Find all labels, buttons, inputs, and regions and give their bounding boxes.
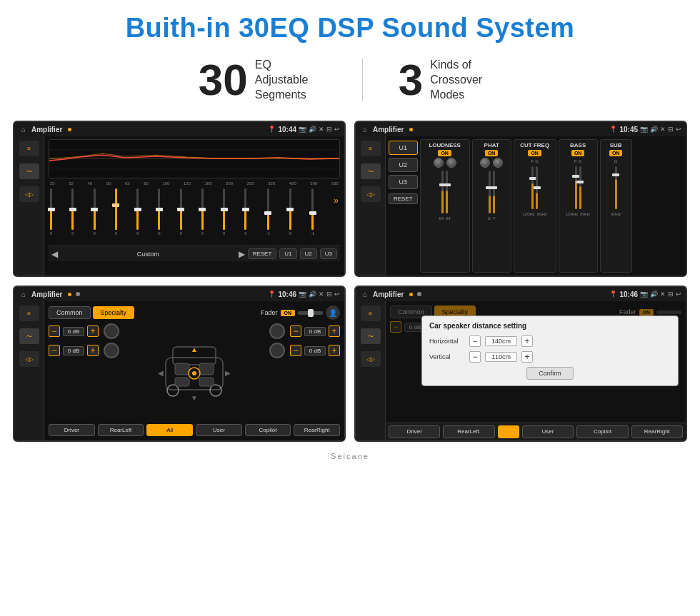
phat-slider2[interactable]: [493, 171, 495, 213]
bass-slider1[interactable]: [575, 166, 577, 209]
sub-on[interactable]: ON: [609, 150, 623, 156]
driver-btn-4[interactable]: Driver: [389, 425, 440, 438]
dsp-reset-btn[interactable]: RESET: [389, 193, 418, 204]
sidebar2-eq-btn[interactable]: ≡: [361, 141, 381, 156]
cutfreq-slider2[interactable]: [536, 166, 538, 209]
driver-btn[interactable]: Driver: [49, 424, 95, 436]
eq-slider-2[interactable]: 0: [94, 188, 96, 236]
eq-slider-1[interactable]: 0: [71, 188, 74, 236]
phat-slider1[interactable]: [489, 171, 491, 213]
sidebar-wave-btn[interactable]: 〜: [19, 163, 39, 179]
phat-knob2[interactable]: [493, 158, 503, 168]
eq-slider-9[interactable]: 0: [244, 188, 246, 236]
dsp-loudness-channel: LOUDNESS ON: [420, 139, 470, 273]
phat-knob1[interactable]: [480, 158, 490, 168]
db2-minus[interactable]: −: [49, 345, 60, 356]
sidebar2-vol-btn[interactable]: ◁▷: [361, 186, 381, 202]
bass-on[interactable]: ON: [571, 150, 585, 156]
db1-plus[interactable]: +: [87, 325, 99, 337]
screen4-topbar: ⌂ Amplifier 📍 10:46 📷 🔊 ✕ ⊟ ↩: [356, 287, 686, 301]
user-btn[interactable]: User: [196, 424, 242, 436]
sidebar4-eq-btn[interactable]: ≡: [361, 306, 381, 321]
dsp-u2-btn[interactable]: U2: [389, 158, 418, 172]
sidebar3-vol-btn[interactable]: ◁▷: [19, 351, 39, 367]
dsp-u3-btn[interactable]: U3: [389, 175, 418, 189]
fader-on-badge[interactable]: ON: [281, 310, 296, 316]
u2-btn[interactable]: U2: [300, 248, 317, 259]
sidebar-eq-btn[interactable]: ≡: [19, 141, 39, 156]
confirm-button[interactable]: Confirm: [526, 367, 574, 380]
copilot-btn-4[interactable]: Copilot: [576, 425, 628, 438]
eq-slider-3[interactable]: 5: [115, 188, 117, 236]
tab-specialty[interactable]: Specialty: [93, 306, 135, 319]
eq-slider-6[interactable]: 0: [180, 188, 182, 236]
cutfreq-on[interactable]: ON: [528, 150, 541, 156]
bass-slider2[interactable]: [579, 166, 581, 209]
db4-plus[interactable]: +: [329, 345, 340, 356]
loudness-knob1[interactable]: [434, 158, 444, 168]
back-icon-4: ↩: [676, 291, 681, 298]
user-btn-4[interactable]: User: [522, 425, 574, 438]
horizontal-plus[interactable]: +: [521, 335, 533, 347]
eq-slider-4[interactable]: 0: [136, 188, 139, 236]
sidebar4-vol-btn[interactable]: ◁▷: [361, 351, 381, 367]
db-row-4: − 0 dB +: [269, 343, 340, 358]
freq-160: 160: [205, 181, 212, 186]
speaker-content: Common Specialty Fader ON 👤: [44, 301, 344, 440]
profile-icon[interactable]: 👤: [326, 306, 340, 320]
loudness-slider1[interactable]: [441, 171, 444, 213]
eq-slider-7[interactable]: 0: [201, 188, 204, 236]
next-btn[interactable]: ▶: [239, 249, 245, 259]
home-icon[interactable]: ⌂: [19, 124, 29, 134]
eq-slider-12[interactable]: -1: [311, 188, 314, 236]
db4-minus[interactable]: −: [290, 345, 301, 356]
home-icon-3[interactable]: ⌂: [19, 289, 29, 299]
copilot-btn[interactable]: Copilot: [245, 424, 291, 436]
rearleft-btn[interactable]: RearLeft: [98, 424, 144, 436]
eq-bottom-bar: ◀ Custom ▶ RESET U1 U2 U3: [49, 246, 340, 261]
rearright-btn-4[interactable]: RearRight: [631, 425, 683, 438]
eq-slider-10[interactable]: -1: [266, 188, 270, 236]
home-icon-2[interactable]: ⌂: [360, 124, 370, 134]
speaker-icon-tr: [269, 323, 285, 339]
phat-on[interactable]: ON: [485, 150, 499, 156]
sidebar4-wave-btn[interactable]: 〜: [361, 328, 381, 344]
db2-plus[interactable]: +: [87, 345, 99, 356]
prev-btn[interactable]: ◀: [51, 249, 58, 259]
vertical-plus[interactable]: +: [521, 351, 533, 363]
fader-slider[interactable]: [298, 311, 323, 315]
loudness-knob2[interactable]: [446, 158, 456, 168]
db1-minus[interactable]: −: [49, 325, 60, 337]
rearright-btn[interactable]: RearRight: [294, 424, 340, 436]
speaker-tabs: Common Specialty: [49, 306, 134, 319]
loudness-slider2[interactable]: [446, 171, 448, 213]
fader-label: Fader: [261, 309, 278, 316]
eq-slider-0[interactable]: 0: [50, 188, 52, 236]
u1-btn[interactable]: U1: [279, 248, 296, 259]
sidebar-vol-btn[interactable]: ◁▷: [19, 186, 39, 202]
close-icon-3: ✕: [319, 291, 324, 298]
dsp-u1-btn[interactable]: U1: [389, 141, 418, 155]
vertical-minus[interactable]: −: [469, 351, 481, 363]
rearleft-btn-4[interactable]: RearLeft.: [443, 425, 494, 438]
sidebar3-wave-btn[interactable]: 〜: [19, 328, 39, 344]
sidebar3-eq-btn[interactable]: ≡: [19, 306, 39, 321]
eq-slider-11[interactable]: 0: [289, 188, 291, 236]
loudness-on[interactable]: ON: [438, 150, 451, 156]
u3-btn[interactable]: U3: [320, 248, 337, 259]
stat-crossover: 3 Kinds of Crossover Modes: [363, 58, 537, 102]
volume-icon-3: 🔊: [309, 291, 316, 298]
expand-arrow[interactable]: »: [334, 188, 339, 206]
eq-slider-8[interactable]: 0: [223, 188, 225, 236]
tab-common[interactable]: Common: [49, 306, 91, 319]
db3-plus[interactable]: +: [329, 325, 340, 337]
home-icon-4[interactable]: ⌂: [360, 289, 370, 299]
screen1-sidebar: ≡ 〜 ◁▷: [14, 136, 44, 276]
reset-btn[interactable]: RESET: [248, 248, 277, 259]
horizontal-minus[interactable]: −: [469, 335, 481, 347]
sidebar2-wave-btn[interactable]: 〜: [361, 163, 381, 179]
eq-slider-5[interactable]: 0: [158, 188, 160, 236]
sub-slider1[interactable]: [615, 166, 617, 209]
db3-minus[interactable]: −: [290, 325, 301, 337]
all-btn[interactable]: All: [146, 424, 193, 436]
